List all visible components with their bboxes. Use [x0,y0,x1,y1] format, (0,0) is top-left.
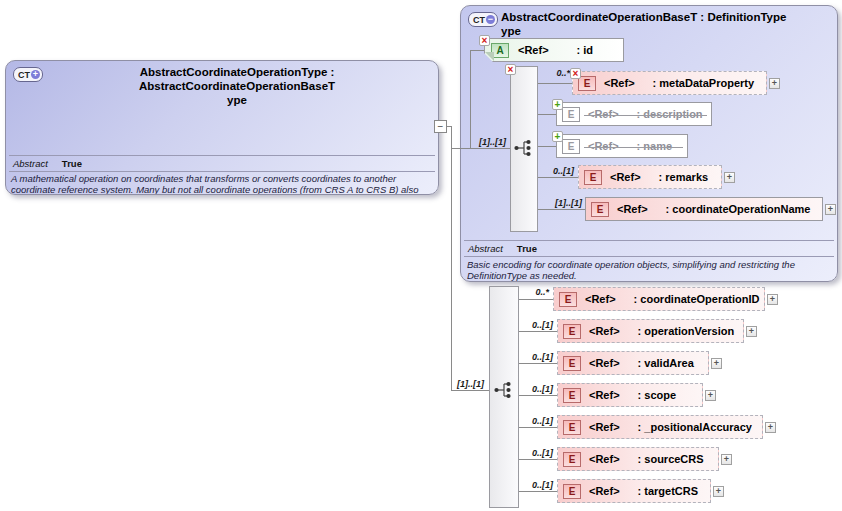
element-row-description[interactable]: E <Ref> : description [556,102,712,126]
expand-button[interactable]: + [825,204,836,215]
element-icon: E [563,420,581,435]
ct-label: CT [473,15,485,25]
right-annotation: Basic encoding for coordinate operation … [467,259,827,282]
element-row-scope[interactable]: E <Ref> : scope + [557,383,703,407]
element-ref: <Ref> [589,325,620,337]
element-icon: E [563,324,581,339]
element-row-validArea[interactable]: E <Ref> : validArea + [557,351,709,375]
element-row-operationVersion[interactable]: E <Ref> : operationVersion + [557,319,744,343]
connector [519,427,557,428]
blocked-icon: × [505,64,516,75]
extend-icon: + [552,99,563,110]
element-name: : scope [638,389,677,401]
cardinality-label: [1]..[1] [466,137,506,147]
expand-button[interactable]: + [724,172,735,183]
element-ref: <Ref> [589,357,620,369]
element-icon: E [559,292,577,307]
left-type-box[interactable]: CT + AbstractCoordinateOperationType : A… [5,60,439,195]
abstract-label: Abstract [13,158,48,169]
blocked-icon: × [479,35,490,46]
expand-button[interactable]: + [705,390,716,401]
connector [538,209,585,210]
expand-button[interactable]: + [713,486,724,497]
expand-button[interactable]: + [769,78,780,89]
cardinality-label: 0..[1] [517,480,553,490]
element-icon: E [584,170,602,185]
connector [519,363,557,364]
connector [519,395,557,396]
expand-button[interactable]: + [746,326,757,337]
cardinality-label: [1]..[1] [444,379,484,389]
element-name: : metaDataProperty [653,77,754,89]
complex-type-icon: CT − [468,12,498,27]
element-ref: <Ref> [589,485,620,497]
element-row-sourceCRS[interactable]: E <Ref> : sourceCRS + [557,447,719,471]
blocked-icon: × [570,68,581,79]
sequence-icon [493,381,515,399]
attribute-name: : id [577,44,594,56]
element-name: : remarks [659,171,709,183]
right-box-title: AbstractCoordinateOperationBaseT : Defin… [501,10,831,38]
element-ref: <Ref> [585,293,616,305]
connector [470,50,471,148]
left-box-title: AbstractCoordinateOperationType : Abstra… [6,65,438,107]
expand-button[interactable]: + [767,294,778,305]
connector [519,459,557,460]
connector [538,114,556,115]
element-ref: <Ref> [589,421,620,433]
element-ref: <Ref> [604,77,635,89]
element-row-coordinateOperationID[interactable]: E <Ref> : coordinateOperationID + [553,287,765,311]
expand-button[interactable]: + [721,454,732,465]
connector [451,126,452,391]
left-abstract-row: Abstract True [9,155,435,172]
ct-label: CT [18,70,30,80]
element-row-name[interactable]: E <Ref> : name [556,134,688,158]
element-icon: E [563,484,581,499]
element-name: : sourceCRS [638,453,704,465]
element-icon: E [562,107,580,122]
right-abstract-row: Abstract True [464,240,834,257]
element-ref: <Ref> [588,140,619,152]
element-name: : coordinateOperationName [666,203,811,215]
element-icon: E [562,139,580,154]
cardinality-label: 0..[1] [517,320,553,330]
element-ref: <Ref> [588,108,619,120]
element-name: : targetCRS [638,485,699,497]
expand-button[interactable]: + [711,358,722,369]
connector [519,491,557,492]
abstract-label: Abstract [468,243,503,254]
cardinality-label: [1]..[1] [540,198,582,208]
element-row-coordinateOperationName[interactable]: E <Ref> : coordinateOperationName + [585,197,823,221]
connector [538,83,572,84]
connector [538,177,578,178]
collapse-button[interactable]: − [434,120,447,133]
element-ref: <Ref> [610,171,641,183]
left-box-header: CT + AbstractCoordinateOperationType : A… [6,65,438,107]
element-ref: <Ref> [589,389,620,401]
strikethrough-line [584,115,707,116]
cardinality-label: 0..* [538,68,570,78]
expand-button[interactable]: + [765,422,776,433]
element-row-positionalAccuracy[interactable]: E <Ref> : _positionalAccuracy + [557,415,763,439]
element-icon: E [563,356,581,371]
attribute-row-id[interactable]: A <Ref> : id [484,38,624,62]
element-name: : coordinateOperationID [634,293,760,305]
cardinality-label: 0..[1] [517,384,553,394]
element-row-metaDataProperty[interactable]: E <Ref> : metaDataProperty + [572,71,767,95]
element-row-targetCRS[interactable]: E <Ref> : targetCRS + [557,479,711,503]
connector [451,148,510,149]
cardinality-label: 0..[1] [517,352,553,362]
connector [519,299,553,300]
attribute-ref: <Ref> [518,44,549,56]
connector [470,50,484,51]
complex-type-icon: CT + [13,67,43,82]
ct-collapse-icon: − [486,15,495,24]
element-icon: E [563,388,581,403]
element-name: : name [637,140,672,152]
element-row-remarks[interactable]: E <Ref> : remarks + [578,165,722,189]
element-name: : operationVersion [638,325,735,337]
cardinality-label: 0..* [519,287,549,297]
element-name: : description [637,108,703,120]
strikethrough-line [584,147,683,148]
cardinality-label: 0..[1] [517,448,553,458]
